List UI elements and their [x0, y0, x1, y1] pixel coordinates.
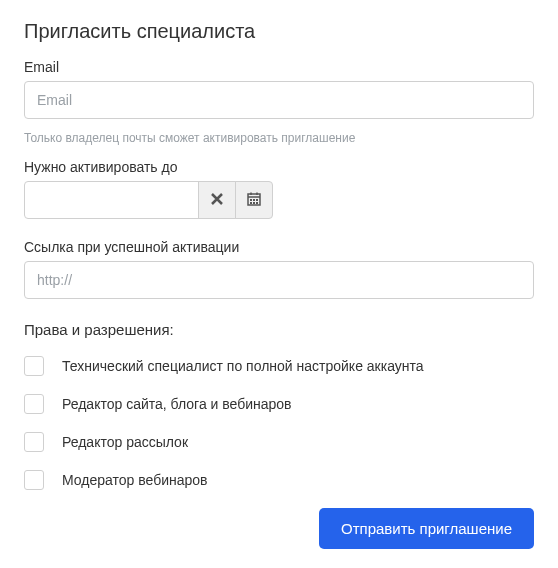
page-title: Пригласить специалиста — [24, 20, 534, 43]
email-label: Email — [24, 59, 534, 75]
svg-rect-9 — [256, 202, 258, 204]
permission-row: Редактор рассылок — [24, 432, 534, 452]
success-link-input[interactable] — [24, 261, 534, 299]
permission-label[interactable]: Технический специалист по полной настрой… — [62, 358, 424, 374]
svg-rect-5 — [253, 199, 255, 201]
calendar-icon — [247, 192, 261, 209]
activation-date-label: Нужно активировать до — [24, 159, 534, 175]
activation-date-input[interactable] — [24, 181, 199, 219]
permission-label[interactable]: Редактор рассылок — [62, 434, 188, 450]
permission-label[interactable]: Модератор вебинаров — [62, 472, 208, 488]
permission-row: Редактор сайта, блога и вебинаров — [24, 394, 534, 414]
svg-rect-6 — [256, 199, 258, 201]
permission-checkbox-editor-site[interactable] — [24, 394, 44, 414]
clear-date-button[interactable] — [198, 181, 236, 219]
email-input[interactable] — [24, 81, 534, 119]
permissions-title: Права и разрешения: — [24, 321, 534, 338]
svg-rect-7 — [250, 202, 252, 204]
svg-rect-4 — [250, 199, 252, 201]
success-link-label: Ссылка при успешной активации — [24, 239, 534, 255]
svg-rect-8 — [253, 202, 255, 204]
permission-row: Модератор вебинаров — [24, 470, 534, 490]
calendar-button[interactable] — [235, 181, 273, 219]
permission-label[interactable]: Редактор сайта, блога и вебинаров — [62, 396, 292, 412]
email-hint: Только владелец почты сможет активироват… — [24, 131, 534, 145]
permission-row: Технический специалист по полной настрой… — [24, 356, 534, 376]
submit-button[interactable]: Отправить приглашение — [319, 508, 534, 549]
submit-row: Отправить приглашение — [24, 508, 534, 549]
close-icon — [211, 193, 223, 208]
email-field-wrapper: Email — [24, 59, 534, 119]
activation-date-group — [24, 181, 534, 219]
permission-checkbox-moderator[interactable] — [24, 470, 44, 490]
success-link-field-wrapper: Ссылка при успешной активации — [24, 239, 534, 299]
permission-checkbox-editor-mail[interactable] — [24, 432, 44, 452]
permission-checkbox-technical[interactable] — [24, 356, 44, 376]
